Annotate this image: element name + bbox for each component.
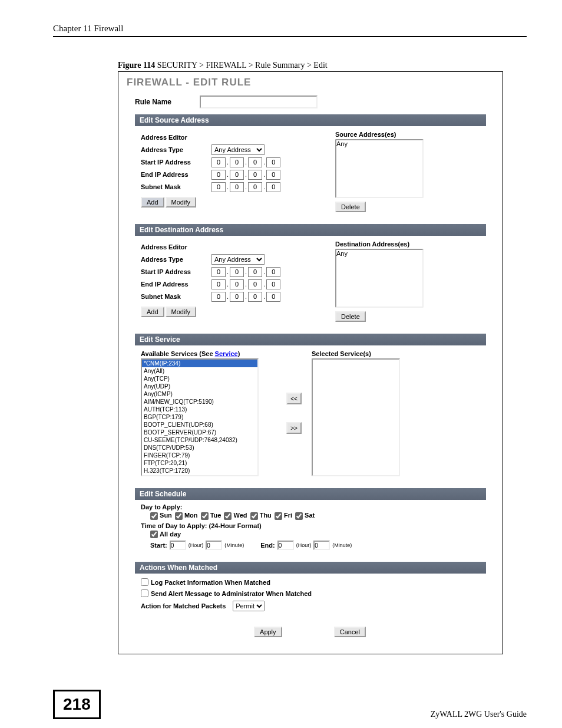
dst-modify-button[interactable]: Modify	[166, 307, 196, 317]
src-start-ip-1[interactable]	[211, 157, 226, 167]
src-end-ip-3[interactable]	[248, 170, 262, 180]
day-checkbox-sun[interactable]	[150, 512, 158, 520]
move-left-button[interactable]: <<	[286, 393, 302, 404]
dst-end-ip-2[interactable]	[230, 279, 244, 289]
src-end-ip-4[interactable]	[266, 170, 280, 180]
dst-mask-1[interactable]	[211, 292, 226, 302]
day-label-sun: Sun	[158, 512, 174, 519]
days-row: Sun Mon Tue Wed Thu Fri Sat	[150, 512, 480, 520]
dst-address-type-label: Address Type	[141, 256, 211, 263]
day-checkbox-sat[interactable]	[295, 512, 303, 520]
dst-mask-label: Subnet Mask	[141, 293, 211, 300]
src-address-editor-label: Address Editor	[141, 134, 211, 141]
src-start-ip-2[interactable]	[230, 157, 244, 167]
src-mask-1[interactable]	[211, 182, 226, 192]
end-label: End:	[260, 542, 275, 549]
dst-start-ip-2[interactable]	[230, 267, 244, 277]
src-addresses-list[interactable]: Any	[335, 139, 424, 198]
alert-checkbox[interactable]	[141, 589, 148, 597]
guide-title: ZyWALL 2WG User's Guide	[431, 710, 527, 719]
dst-end-ip-1[interactable]	[211, 279, 226, 289]
end-hour-unit: (Hour)	[296, 542, 312, 548]
day-label-sat: Sat	[303, 512, 315, 519]
src-address-type-select[interactable]: Any Address	[211, 144, 265, 155]
day-checkbox-thu[interactable]	[250, 512, 258, 520]
dst-start-ip-4[interactable]	[266, 267, 280, 277]
day-checkbox-fri[interactable]	[275, 512, 282, 520]
dst-address-type-select[interactable]: Any Address	[211, 254, 265, 265]
src-end-ip-label: End IP Address	[141, 171, 211, 178]
screenshot-panel: FIREWALL - EDIT RULE Rule Name Edit Sour…	[118, 71, 503, 654]
panel-title: FIREWALL - EDIT RULE	[118, 72, 503, 90]
start-min-unit: (Minute)	[224, 542, 244, 548]
day-to-apply-label: Day to Apply:	[141, 503, 480, 510]
log-checkbox[interactable]	[141, 578, 148, 586]
start-hour-unit: (Hour)	[189, 542, 204, 548]
src-end-ip-2[interactable]	[230, 170, 244, 180]
action-matched-label: Action for Matched Packets	[141, 602, 226, 610]
move-right-button[interactable]: >>	[286, 422, 302, 434]
section-source-address: Edit Source Address	[135, 114, 486, 126]
end-min-input[interactable]	[313, 541, 330, 550]
src-add-button[interactable]: Add	[141, 197, 164, 207]
dst-end-ip-3[interactable]	[248, 279, 262, 289]
dst-addresses-title: Destination Address(es)	[335, 241, 480, 248]
page-number: 218	[53, 690, 101, 719]
rule-name-input[interactable]	[200, 95, 318, 108]
day-checkbox-tue[interactable]	[201, 512, 209, 520]
figure-caption: Figure 114 SECURITY > FIREWALL > Rule Su…	[118, 61, 503, 70]
src-mask-3[interactable]	[248, 182, 262, 192]
section-service: Edit Service	[135, 334, 486, 345]
src-start-ip-label: Start IP Address	[141, 159, 211, 166]
action-matched-select[interactable]: Permit	[233, 601, 265, 611]
src-mask-2[interactable]	[230, 182, 244, 192]
day-checkbox-wed[interactable]	[224, 512, 232, 520]
src-mask-label: Subnet Mask	[141, 183, 211, 190]
section-schedule: Edit Schedule	[135, 488, 486, 500]
day-checkbox-mon[interactable]	[175, 512, 183, 520]
dst-start-ip-3[interactable]	[248, 267, 262, 277]
start-min-input[interactable]	[206, 541, 222, 550]
allday-checkbox[interactable]	[150, 531, 158, 538]
dst-start-ip-label: Start IP Address	[141, 268, 211, 275]
end-hour-input[interactable]	[277, 541, 294, 550]
end-min-unit: (Minute)	[332, 542, 352, 548]
day-label-tue: Tue	[209, 512, 223, 519]
available-services-list[interactable]: *CNM(IP:234)Any(All)Any(TCP)Any(UDP)Any(…	[141, 358, 259, 476]
src-start-ip-4[interactable]	[266, 157, 280, 167]
src-delete-button[interactable]: Delete	[335, 202, 366, 212]
apply-button[interactable]: Apply	[254, 627, 282, 637]
dst-address-editor-label: Address Editor	[141, 243, 211, 251]
src-end-ip-1[interactable]	[211, 170, 226, 180]
dst-delete-button[interactable]: Delete	[335, 311, 366, 322]
day-label-fri: Fri	[282, 512, 294, 519]
src-modify-button[interactable]: Modify	[166, 197, 196, 207]
dst-addresses-list[interactable]: Any	[335, 249, 424, 308]
start-hour-input[interactable]	[170, 541, 186, 550]
selected-services-list[interactable]	[312, 358, 400, 476]
cancel-button[interactable]: Cancel	[334, 627, 366, 637]
src-mask-4[interactable]	[266, 182, 280, 192]
allday-label: All day	[160, 531, 181, 538]
dst-end-ip-4[interactable]	[266, 279, 280, 289]
log-label: Log Packet Information When Matched	[151, 579, 270, 586]
section-actions: Actions When Matched	[135, 562, 486, 574]
src-address-type-label: Address Type	[141, 146, 211, 153]
day-label-thu: Thu	[258, 512, 273, 519]
start-label: Start:	[150, 542, 167, 549]
dst-start-ip-1[interactable]	[211, 267, 226, 277]
dst-add-button[interactable]: Add	[141, 307, 164, 317]
src-start-ip-3[interactable]	[248, 157, 262, 167]
src-addresses-title: Source Address(es)	[335, 131, 480, 138]
time-of-day-label: Time of Day to Apply: (24-Hour Format)	[141, 522, 480, 529]
dst-end-ip-label: End IP Address	[141, 281, 211, 288]
dst-mask-3[interactable]	[248, 292, 262, 302]
available-services-label: Available Services (See Service)	[141, 350, 276, 357]
day-label-mon: Mon	[183, 512, 200, 519]
dst-mask-2[interactable]	[230, 292, 244, 302]
chapter-header: Chapter 11 Firewall	[53, 24, 527, 37]
day-label-wed: Wed	[232, 512, 249, 519]
service-link[interactable]: Service	[215, 350, 238, 357]
selected-services-label: Selected Service(s)	[312, 350, 400, 357]
dst-mask-4[interactable]	[266, 292, 280, 302]
